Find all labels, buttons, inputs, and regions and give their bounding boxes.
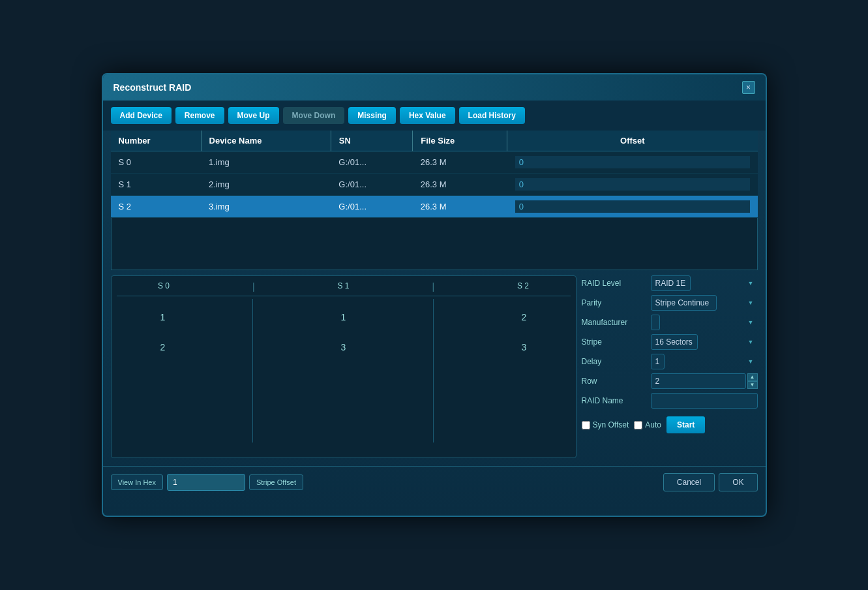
raid-level-row: RAID Level RAID 1E RAID 0 RAID 5 [582,275,758,291]
row-increment-button[interactable]: ▲ [747,373,758,381]
viz-body: 1 2 1 3 2 3 [117,299,571,442]
syn-offset-checkbox[interactable] [582,421,590,429]
row-input[interactable] [651,373,746,389]
parity-row: Parity Stripe Continue Left Asymmetric [582,295,758,311]
raid-name-input[interactable] [651,393,758,409]
col-sn: SN [331,131,412,151]
viz-col-s1-header: S 1 [337,281,349,292]
raid-name-row: RAID Name [582,393,758,409]
delay-row: Delay 1 0 2 [582,354,758,369]
delay-select-wrapper: 1 0 2 [651,354,758,369]
stripe-label: Stripe [582,337,647,347]
parity-label: Parity [582,298,647,307]
device-table: Number Device Name SN File Size Offset S… [111,131,758,218]
manufacturer-select[interactable] [651,315,660,330]
stripe-row: Stripe 16 Sectors 8 Sectors 32 Sectors 6… [582,334,758,350]
viz-col-s2: 2 3 [522,299,527,442]
add-device-button[interactable]: Add Device [111,107,172,124]
delay-select[interactable]: 1 0 2 [651,354,665,369]
close-button[interactable]: × [742,81,755,94]
toolbar: Add Device Remove Move Up Move Down Miss… [103,101,766,131]
move-down-button: Move Down [283,107,345,124]
auto-checkbox[interactable] [634,421,642,429]
cell-sn: G:/01... [331,174,412,196]
viz-cell-s1-3: 3 [341,342,346,352]
col-device-name: Device Name [201,131,331,151]
cell-device-name: 1.img [201,151,331,174]
delay-label: Delay [582,357,647,366]
dialog-title: Reconstruct RAID [113,82,192,93]
viz-sep-1: | [252,281,255,292]
stripe-select-wrapper: 16 Sectors 8 Sectors 32 Sectors 64 Secto… [651,334,758,350]
raid-level-select-wrapper: RAID 1E RAID 0 RAID 5 [651,275,758,291]
manufacturer-label: Manufacturer [582,318,647,327]
cell-file-size: 26.3 M [413,174,507,196]
bottom-left: View In Hex Stripe Offset [111,474,303,491]
cell-file-size: 26.3 M [413,151,507,174]
visualization-panel: S 0 | S 1 | S 2 1 2 1 3 2 3 [111,275,576,458]
table-row[interactable]: S 1 2.img G:/01... 26.3 M [111,174,758,196]
bottom-bar: View In Hex Stripe Offset Cancel OK [103,466,766,498]
viz-cell-s2-3: 3 [522,342,527,352]
cell-number: S 2 [111,196,202,218]
start-button[interactable]: Start [666,416,705,433]
cell-file-size: 26.3 M [413,196,507,218]
table-empty-space [111,218,758,270]
cell-sn: G:/01... [331,151,412,174]
viz-cell-s1-1: 1 [341,312,346,322]
viz-col-s2-header: S 2 [517,281,529,292]
parity-select-wrapper: Stripe Continue Left Asymmetric [651,295,758,311]
manufacturer-select-wrapper [651,315,758,330]
cancel-button[interactable]: Cancel [663,473,715,491]
remove-button[interactable]: Remove [175,107,224,124]
reconstruct-raid-dialog: Reconstruct RAID × Add Device Remove Mov… [102,73,767,517]
load-history-button[interactable]: Load History [459,107,525,124]
syn-offset-checkbox-label: Syn Offset [582,420,629,429]
view-in-hex-button[interactable]: View In Hex [111,474,164,490]
cell-offset[interactable] [507,174,758,196]
cell-sn: G:/01... [331,196,412,218]
table-header: Number Device Name SN File Size Offset [111,131,758,151]
raid-level-label: RAID Level [582,279,647,288]
bottom-right: Cancel OK [663,473,758,491]
viz-sep-2: | [432,281,434,292]
table-row[interactable]: S 2 3.img G:/01... 26.3 M [111,196,758,218]
cell-offset[interactable] [507,196,758,218]
device-table-body: S 0 1.img G:/01... 26.3 M S 1 2.img G:/0… [111,151,758,218]
table-row[interactable]: S 0 1.img G:/01... 26.3 M [111,151,758,174]
stripe-select[interactable]: 16 Sectors 8 Sectors 32 Sectors 64 Secto… [651,334,698,350]
move-up-button[interactable]: Move Up [228,107,279,124]
stripe-input[interactable] [167,474,245,491]
auto-checkbox-label: Auto [634,420,661,429]
auto-label: Auto [645,420,661,429]
raid-level-select[interactable]: RAID 1E RAID 0 RAID 5 [651,275,691,291]
syn-offset-label: Syn Offset [593,420,629,429]
parity-select[interactable]: Stripe Continue Left Asymmetric [651,295,717,311]
missing-button[interactable]: Missing [348,107,396,124]
syn-offset-row: Syn Offset Auto Start [582,412,758,437]
cell-number: S 1 [111,174,202,196]
viz-cell-s0-1: 1 [160,312,166,322]
row-decrement-button[interactable]: ▼ [747,381,758,389]
cell-offset[interactable] [507,151,758,174]
manufacturer-row: Manufacturer [582,315,758,330]
offset-input[interactable] [515,156,750,168]
offset-input[interactable] [515,178,750,191]
viz-col-s0: 1 2 [160,299,166,442]
row-spinner-buttons: ▲ ▼ [747,373,758,389]
cell-number: S 0 [111,151,202,174]
viz-divider-1 [252,299,253,442]
ok-button[interactable]: OK [719,473,757,491]
cell-device-name: 3.img [201,196,331,218]
row-spinner-wrapper: ▲ ▼ [651,373,758,389]
cell-device-name: 2.img [201,174,331,196]
hex-value-button[interactable]: Hex Value [400,107,455,124]
viz-divider-2 [433,299,434,442]
offset-input[interactable] [515,200,750,213]
viz-col-s1: 1 3 [341,299,346,442]
col-number: Number [111,131,202,151]
col-offset: Offset [507,131,758,151]
row-row: Row ▲ ▼ [582,373,758,389]
stripe-offset-button[interactable]: Stripe Offset [249,474,303,490]
row-label: Row [582,377,647,386]
